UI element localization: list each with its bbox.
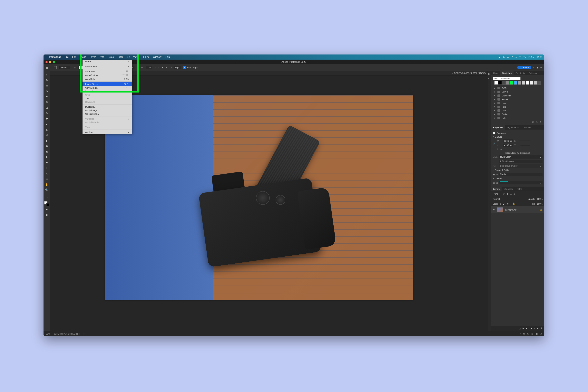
traffic-zoom[interactable]: [53, 61, 55, 63]
type-tool[interactable]: T: [44, 166, 50, 170]
tab-layers[interactable]: Layers: [491, 187, 502, 191]
battery-icon[interactable]: ▭: [507, 56, 509, 58]
ruler-icon[interactable]: ▦: [493, 173, 495, 176]
props-width[interactable]: 6240 px: [503, 139, 513, 142]
layers-trash-icon[interactable]: 🗑: [540, 327, 542, 330]
tab-gradients[interactable]: Gradients: [514, 71, 527, 75]
menu-filter[interactable]: Filter: [118, 56, 123, 58]
status-zoom[interactable]: 25%: [46, 332, 50, 335]
orient-portrait[interactable]: ▯: [497, 148, 498, 150]
status-icon-6[interactable]: ⊡: [540, 332, 542, 335]
expand-icon[interactable]: ⇱: [540, 66, 542, 69]
swatch[interactable]: [506, 81, 510, 85]
swatch[interactable]: [510, 81, 514, 85]
layer-thumbnail[interactable]: [497, 207, 503, 212]
quickmask-icon[interactable]: ◙: [44, 207, 50, 212]
edit-toolbar-icon[interactable]: ⋯: [44, 195, 50, 200]
tab-properties[interactable]: Properties: [491, 125, 505, 130]
menu-item-calculations[interactable]: Calculations...: [82, 112, 132, 116]
gear-icon[interactable]: ⚙: [166, 66, 168, 69]
hand-tool[interactable]: ✋: [44, 182, 50, 187]
align-edges-checkbox[interactable]: Align Edges: [183, 66, 198, 69]
menu-edit[interactable]: Edit: [72, 56, 76, 58]
tab-channels[interactable]: Channels: [502, 187, 514, 191]
layer-filter-kind[interactable]: Kind: [493, 192, 500, 196]
menu-type[interactable]: Type: [99, 56, 104, 58]
props-y[interactable]: [520, 145, 530, 146]
heal-tool[interactable]: ✚: [44, 116, 50, 121]
layers-fx-icon[interactable]: fx: [522, 327, 524, 330]
filter-icon-2[interactable]: ◐: [503, 193, 505, 195]
swatch-folder[interactable]: ▸Light: [494, 101, 541, 105]
filter-icon-5[interactable]: ◈: [513, 193, 515, 195]
traffic-close[interactable]: [46, 61, 48, 63]
menu-plugins[interactable]: Plugins: [142, 56, 149, 58]
pathops-icon[interactable]: ▫: [155, 66, 156, 69]
rail-icon-2[interactable]: ≡: [488, 78, 491, 81]
swatch[interactable]: [530, 81, 533, 85]
swatch-folder[interactable]: ▸CMYK: [494, 90, 541, 94]
marquee-tool[interactable]: ▭: [44, 83, 50, 88]
swatch-folder[interactable]: ▸Pale: [494, 116, 541, 120]
swatch-folder[interactable]: ▸Pastel: [494, 98, 541, 101]
guide-icon1[interactable]: ▥: [493, 182, 495, 184]
layers-adj-icon[interactable]: ◑: [530, 327, 532, 330]
layer-visibility-icon[interactable]: 👁: [493, 208, 496, 211]
move-tool[interactable]: ✥: [44, 78, 50, 83]
cloud-icon[interactable]: ☁: [498, 56, 500, 58]
layer-name[interactable]: Background: [505, 208, 516, 211]
app-name[interactable]: Photoshop: [49, 56, 61, 58]
status-chevron[interactable]: >: [84, 332, 85, 335]
wand-tool[interactable]: ✦: [44, 94, 50, 99]
filter-icon-4[interactable]: ▭: [510, 193, 512, 195]
menubar-time[interactable]: 14:30: [537, 56, 542, 58]
link-icon[interactable]: 🔗: [493, 142, 496, 144]
eraser-tool[interactable]: ◧: [44, 138, 50, 143]
swatch-folder-icon[interactable]: ⊞: [532, 121, 534, 124]
menubar-date[interactable]: Tue 15 Aug: [524, 56, 534, 58]
tab-color[interactable]: Color: [491, 71, 500, 75]
gradient-tool[interactable]: ▦: [44, 144, 50, 148]
tab-swatches[interactable]: Swatches: [500, 71, 514, 75]
props-bits[interactable]: 8 Bits/Channel⌄: [499, 160, 542, 163]
rail-icon-1[interactable]: ◧: [488, 72, 491, 76]
ruler-units[interactable]: Pixels⌄: [499, 173, 542, 176]
menu-view[interactable]: View: [133, 56, 138, 58]
search-toolbar-icon[interactable]: ⌕: [533, 66, 534, 69]
eyedropper-tool[interactable]: ✎: [44, 110, 50, 116]
swatch[interactable]: [538, 81, 541, 85]
filter-icon-3[interactable]: T: [507, 193, 508, 195]
swatch-folder[interactable]: ▸Darker: [494, 112, 541, 116]
height-field[interactable]: 0 px: [146, 66, 152, 70]
brush-tool[interactable]: 🖌: [44, 122, 50, 126]
swatch-new-icon[interactable]: ⊕: [536, 121, 538, 124]
rect-tool-icon[interactable]: [54, 66, 57, 70]
lock-nest-icon[interactable]: ▫: [510, 203, 511, 205]
menu-item-image-rotation[interactable]: Image Rotation: [82, 90, 132, 93]
grid-icon[interactable]: ⊞: [496, 173, 498, 176]
swatch[interactable]: [514, 81, 518, 85]
blend-mode[interactable]: Normal: [493, 198, 526, 200]
radius-field[interactable]: 0 px: [174, 66, 181, 70]
swatch[interactable]: [522, 81, 525, 85]
props-guides-section[interactable]: Guides: [493, 176, 542, 180]
arrange-icon[interactable]: ⊞: [162, 66, 163, 69]
dodge-tool[interactable]: ◗: [44, 154, 50, 160]
orient-landscape[interactable]: ▭: [500, 148, 502, 150]
lasso-tool[interactable]: ⊃: [44, 88, 50, 94]
swatch[interactable]: [526, 81, 529, 85]
cc-icon[interactable]: ◎: [503, 56, 505, 58]
tab-libraries[interactable]: Libraries: [521, 125, 533, 130]
crop-tool[interactable]: ⧉: [44, 100, 50, 105]
swatch-search[interactable]: [493, 77, 520, 80]
tab-paths[interactable]: Paths: [515, 187, 524, 191]
lock-trans-icon[interactable]: ▦: [500, 202, 501, 205]
expand-tools-icon[interactable]: »: [44, 72, 50, 77]
status-dims[interactable]: 6240 px x 4160 px (72 ppi): [54, 332, 80, 335]
menu-item-trim[interactable]: Trim...: [82, 97, 132, 100]
blur-tool[interactable]: ◉: [44, 149, 50, 154]
history-brush-tool[interactable]: ↺: [44, 132, 50, 138]
status-icon-1[interactable]: ▫: [520, 332, 520, 335]
align-icon[interactable]: ≡: [158, 66, 159, 69]
props-canvas-section[interactable]: Canvas: [493, 135, 542, 139]
